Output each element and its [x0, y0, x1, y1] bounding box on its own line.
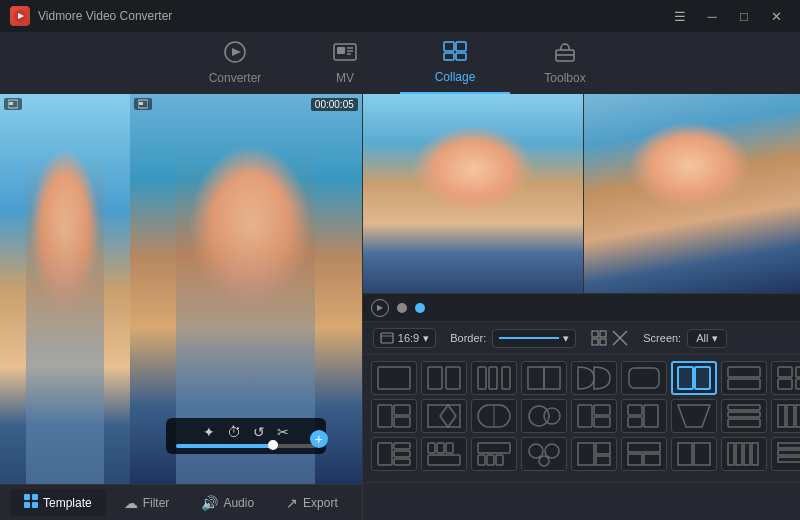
svg-rect-115 — [752, 443, 758, 465]
svg-rect-22 — [32, 502, 38, 508]
tab-export[interactable]: ↗ Export — [272, 490, 352, 516]
tab-audio[interactable]: 🔊 Audio — [187, 490, 268, 516]
svg-rect-49 — [796, 367, 800, 377]
template-4grid[interactable] — [771, 361, 800, 395]
diagonal-view-button[interactable] — [611, 329, 629, 347]
preview-thumb-2[interactable]: 00:00:05 ✦ ⏱ ↺ ✂ + — [130, 94, 362, 484]
grid-view-button[interactable] — [590, 329, 608, 347]
svg-rect-67 — [594, 417, 610, 427]
mv-icon — [332, 41, 358, 67]
template-3-1[interactable] — [371, 437, 417, 471]
template-2-1[interactable] — [371, 399, 417, 433]
svg-rect-26 — [600, 331, 606, 337]
template-curved[interactable] — [571, 361, 617, 395]
rotate-icon[interactable]: ↺ — [253, 424, 265, 440]
clock-icon[interactable]: ⏱ — [227, 424, 241, 440]
svg-rect-114 — [744, 443, 750, 465]
converter-icon — [222, 41, 248, 67]
nav-item-mv[interactable]: MV — [290, 32, 400, 94]
template-hrows[interactable] — [721, 361, 767, 395]
audio-tab-label: Audio — [223, 496, 254, 510]
template-2-3[interactable] — [471, 399, 517, 433]
svg-rect-46 — [728, 367, 760, 377]
star-icon[interactable]: ✦ — [203, 424, 215, 440]
svg-rect-118 — [778, 457, 800, 462]
svg-rect-116 — [778, 443, 800, 448]
svg-point-63 — [529, 406, 549, 426]
template-diag-left[interactable] — [521, 361, 567, 395]
template-3-8[interactable] — [721, 437, 767, 471]
play-button[interactable]: ▶ — [371, 299, 389, 317]
ratio-select[interactable]: 16:9 ▾ — [373, 328, 436, 348]
nav-item-converter[interactable]: Converter — [180, 32, 290, 94]
svg-point-64 — [544, 408, 560, 424]
cut-icon[interactable]: ✂ — [277, 424, 289, 440]
loop-button[interactable] — [397, 303, 407, 313]
audio-tab-icon: 🔊 — [201, 495, 218, 511]
template-3-4[interactable] — [521, 437, 567, 471]
menu-button[interactable]: ☰ — [666, 6, 694, 26]
collage-preview — [363, 94, 800, 293]
template-2-9[interactable] — [771, 399, 800, 433]
border-dropdown[interactable]: ▾ — [492, 329, 576, 348]
collage-icon — [442, 40, 468, 66]
nav-item-collage[interactable]: Collage — [400, 32, 510, 94]
template-3-3[interactable] — [471, 437, 517, 471]
template-2-7[interactable] — [671, 399, 717, 433]
template-3-9[interactable] — [771, 437, 800, 471]
svg-point-109 — [539, 456, 549, 466]
template-2-2[interactable] — [421, 399, 467, 433]
maximize-button[interactable]: □ — [730, 6, 758, 26]
template-2-6[interactable] — [621, 399, 667, 433]
svg-rect-68 — [628, 405, 642, 415]
tab-filter[interactable]: ☁ Filter — [110, 490, 184, 516]
template-single[interactable] — [371, 361, 417, 395]
collage-cell-2[interactable] — [584, 94, 800, 293]
svg-point-108 — [545, 444, 559, 458]
right-panel: ▶ 00:00:00.00/00:00:05.00 🔊 16:9 ▾ Borde… — [363, 94, 800, 520]
template-row-2 — [371, 399, 800, 433]
svg-rect-39 — [489, 367, 497, 389]
svg-marker-3 — [232, 48, 241, 56]
template-3-6[interactable] — [621, 437, 667, 471]
template-2-5[interactable] — [571, 399, 617, 433]
preview-thumb-1[interactable] — [0, 94, 130, 484]
progress-handle[interactable] — [268, 440, 278, 450]
template-3-5[interactable] — [571, 437, 617, 471]
svg-rect-76 — [787, 405, 794, 427]
tab-template[interactable]: Template — [10, 489, 106, 516]
svg-rect-45 — [695, 367, 710, 389]
minimize-button[interactable]: ─ — [698, 6, 726, 26]
template-row-3 — [371, 437, 800, 471]
screen-chevron: ▾ — [712, 332, 718, 345]
screen-dropdown[interactable]: All ▾ — [687, 329, 727, 348]
svg-marker-71 — [678, 405, 710, 427]
export-bar: Export — [363, 482, 800, 520]
svg-rect-69 — [628, 417, 642, 427]
svg-rect-113 — [736, 443, 742, 465]
svg-rect-10 — [456, 42, 466, 51]
collage-cell-1[interactable] — [363, 94, 583, 293]
progress-bar[interactable]: + — [176, 444, 316, 448]
svg-rect-11 — [444, 53, 454, 60]
dot-active[interactable] — [415, 303, 425, 313]
ratio-value: 16:9 — [398, 332, 419, 344]
template-2-8[interactable] — [721, 399, 767, 433]
svg-rect-97 — [394, 451, 410, 457]
nav-item-toolbox[interactable]: Toolbox — [510, 32, 620, 94]
template-3-2[interactable] — [421, 437, 467, 471]
svg-rect-44 — [678, 367, 693, 389]
titlebar-left: Vidmore Video Converter — [10, 6, 172, 26]
svg-rect-112 — [728, 443, 734, 465]
svg-rect-16 — [9, 102, 13, 105]
add-segment-button[interactable]: + — [310, 430, 328, 448]
template-3-7[interactable] — [671, 437, 717, 471]
template-2col[interactable] — [421, 361, 467, 395]
close-button[interactable]: ✕ — [762, 6, 790, 26]
svg-rect-5 — [337, 47, 345, 54]
template-2-4[interactable] — [521, 399, 567, 433]
template-3col[interactable] — [471, 361, 517, 395]
template-2col-highlighted[interactable] — [671, 361, 717, 395]
filter-tab-icon: ☁ — [124, 495, 138, 511]
template-rounded[interactable] — [621, 361, 667, 395]
